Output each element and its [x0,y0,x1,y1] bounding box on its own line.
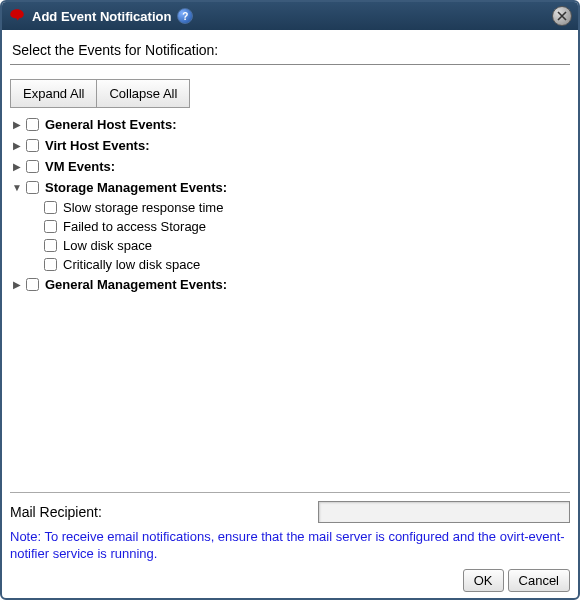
mail-recipient-input[interactable] [318,501,570,523]
tree-category: ▶General Management Events: [10,274,570,295]
category-checkbox[interactable] [26,118,39,131]
close-icon [557,11,567,21]
mail-recipient-row: Mail Recipient: [10,492,570,523]
dialog-title: Add Event Notification [32,9,171,24]
chevron-right-icon[interactable]: ▶ [10,161,24,172]
collapse-all-button[interactable]: Collapse All [97,79,190,108]
cancel-button[interactable]: Cancel [508,569,570,592]
expand-all-button[interactable]: Expand All [10,79,97,108]
titlebar: Add Event Notification ? [2,2,578,30]
category-children: Slow storage response timeFailed to acce… [42,198,570,274]
category-checkbox[interactable] [26,139,39,152]
category-label: General Host Events: [45,117,177,132]
item-checkbox[interactable] [44,220,57,233]
toolbar: Expand All Collapse All [10,79,570,108]
event-tree: ▶General Host Events:▶Virt Host Events:▶… [10,114,570,299]
dialog-footer: OK Cancel [10,563,570,592]
category-checkbox[interactable] [26,181,39,194]
chevron-right-icon[interactable]: ▶ [10,279,24,290]
dialog: Add Event Notification ? Select the Even… [0,0,580,600]
item-checkbox[interactable] [44,239,57,252]
item-label: Critically low disk space [63,257,200,272]
category-label: Storage Management Events: [45,180,227,195]
ok-button[interactable]: OK [463,569,504,592]
tree-item: Failed to access Storage [42,217,570,236]
tree-category: ▼Storage Management Events: [10,177,570,198]
category-label: General Management Events: [45,277,227,292]
dialog-content: Select the Events for Notification: Expa… [2,30,578,598]
tree-category: ▶VM Events: [10,156,570,177]
category-checkbox[interactable] [26,278,39,291]
chevron-right-icon[interactable]: ▶ [10,140,24,151]
chevron-down-icon[interactable]: ▼ [10,182,24,193]
category-checkbox[interactable] [26,160,39,173]
item-label: Low disk space [63,238,152,253]
category-label: Virt Host Events: [45,138,150,153]
close-button[interactable] [552,6,572,26]
tree-item: Critically low disk space [42,255,570,274]
item-checkbox[interactable] [44,258,57,271]
tree-item: Slow storage response time [42,198,570,217]
prompt-text: Select the Events for Notification: [10,38,570,65]
help-icon[interactable]: ? [177,8,193,24]
tree-item: Low disk space [42,236,570,255]
app-logo-icon [8,7,26,25]
mail-recipient-label: Mail Recipient: [10,504,318,520]
item-label: Slow storage response time [63,200,223,215]
category-label: VM Events: [45,159,115,174]
note-text: Note: To receive email notifications, en… [10,529,570,563]
tree-category: ▶Virt Host Events: [10,135,570,156]
tree-category: ▶General Host Events: [10,114,570,135]
item-label: Failed to access Storage [63,219,206,234]
chevron-right-icon[interactable]: ▶ [10,119,24,130]
item-checkbox[interactable] [44,201,57,214]
